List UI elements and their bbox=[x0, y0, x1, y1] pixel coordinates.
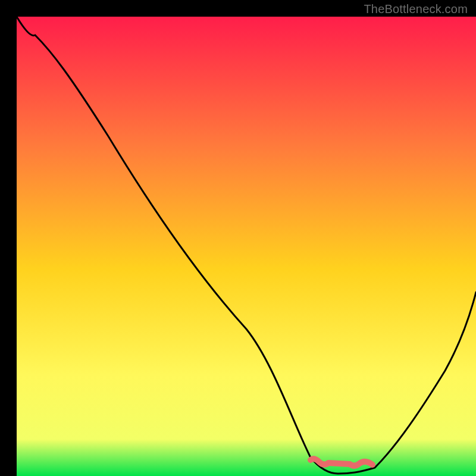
gradient-field bbox=[17, 17, 476, 476]
chart-frame bbox=[8, 8, 468, 468]
bottleneck-chart bbox=[17, 17, 476, 476]
watermark-text: TheBottleneck.com bbox=[364, 2, 468, 16]
